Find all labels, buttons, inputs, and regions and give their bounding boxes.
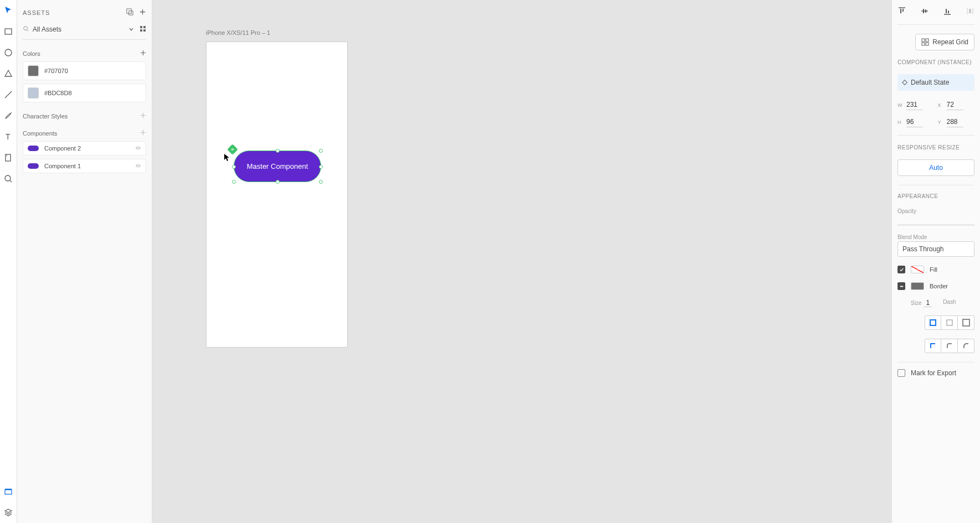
popout-icon[interactable] [126,8,133,18]
color-label: #BDC8D8 [44,90,72,96]
blend-mode-select[interactable]: Pass Through [898,241,974,257]
artboard-tool[interactable] [3,153,13,163]
appearance-title: APPEARANCE [898,193,974,199]
state-label: Default State [911,79,949,86]
corner-round-button[interactable] [941,339,958,353]
opacity-input[interactable] [898,215,974,225]
filter-label: All Assets [33,25,128,33]
selection-handle[interactable] [319,165,323,169]
svg-text:T: T [6,132,11,141]
align-top-icon[interactable] [898,7,906,17]
fill-checkbox[interactable] [898,266,905,273]
svg-line-6 [10,180,12,182]
svg-rect-12 [140,26,142,28]
cursor-icon [224,154,230,162]
colors-section-title: Colors [23,50,40,57]
ellipse-tool[interactable] [3,48,13,58]
responsive-auto-button[interactable]: Auto [898,159,974,176]
align-middle-icon[interactable] [920,7,929,17]
border-size-label: Size [911,300,921,306]
pen-tool[interactable] [3,111,13,121]
corner-miter-button[interactable] [925,339,941,353]
y-input[interactable]: 288 [947,117,963,127]
repeat-grid-icon [921,38,929,46]
repeat-grid-label: Repeat Grid [932,38,968,46]
export-checkbox[interactable] [898,369,905,377]
svg-rect-13 [143,26,146,28]
artboard-label[interactable]: iPhone X/XS/11 Pro – 1 [206,29,270,36]
x-input[interactable]: 72 [947,100,963,110]
fill-label: Fill [930,266,937,273]
property-inspector: Repeat Grid COMPONENT (INSTANCE) Default… [891,0,980,523]
add-color-icon[interactable] [140,50,146,57]
stroke-inner-button[interactable] [925,315,941,330]
svg-rect-30 [922,43,925,45]
artboard[interactable]: Master Component [206,42,348,348]
border-size-input[interactable]: 1 [924,299,932,307]
svg-rect-34 [930,320,936,325]
component-asset-item[interactable]: Component 2 [23,141,146,156]
svg-rect-18 [902,9,904,12]
zoom-tool[interactable] [3,174,13,184]
height-input[interactable]: 96 [906,117,923,127]
color-asset-item[interactable]: #707070 [23,61,146,80]
select-tool[interactable] [3,6,13,15]
distribute-icon[interactable] [966,7,974,17]
corner-bevel-button[interactable] [958,339,974,353]
width-input[interactable]: 231 [906,100,923,110]
svg-rect-8 [5,489,12,490]
y-label: y [938,120,943,125]
border-color-chip[interactable] [911,282,924,290]
assets-icon[interactable] [3,486,13,496]
color-asset-item[interactable]: #BDC8D8 [23,84,146,102]
canvas[interactable]: iPhone X/XS/11 Pro – 1 Master Component [152,0,891,523]
svg-rect-20 [923,9,924,13]
link-icon [135,163,141,170]
assets-filter[interactable]: All Assets [23,24,128,34]
component-asset-item[interactable]: Component 1 [23,159,146,173]
svg-rect-36 [963,319,969,326]
border-label: Border [930,283,948,289]
add-icon[interactable] [139,8,146,18]
line-tool[interactable] [3,90,13,100]
align-controls [898,7,974,25]
text-tool[interactable]: T [3,132,13,142]
components-section-title: Components [23,130,57,137]
link-icon [135,145,141,152]
selection-handle[interactable] [232,180,236,184]
align-bottom-icon[interactable] [943,7,952,17]
width-label: w [898,102,903,108]
layers-icon[interactable] [3,508,13,517]
selection-handle[interactable] [276,180,280,184]
responsive-title: RESPONSIVE RESIZE [898,144,974,151]
stroke-outer-button[interactable] [958,315,974,330]
assets-title: ASSETS [23,9,50,16]
component-state[interactable]: Default State [898,74,974,91]
border-checkbox[interactable] [898,282,905,290]
charstyles-section-title: Character Styles [23,113,68,120]
grid-view-icon[interactable] [140,24,146,34]
svg-rect-28 [922,39,925,42]
svg-point-1 [5,49,12,56]
selection-handle[interactable] [276,149,280,153]
svg-line-2 [5,91,12,98]
color-swatch [28,65,39,76]
rectangle-tool[interactable] [3,27,13,37]
component-thumb [28,146,39,151]
svg-point-10 [24,27,28,30]
selected-component-instance[interactable]: Master Component [234,151,321,182]
selection-handle[interactable] [319,149,323,153]
component-thumb [28,163,39,169]
fill-color-chip[interactable] [911,266,924,273]
chevron-down-icon[interactable] [128,24,134,34]
selection-handle[interactable] [232,165,236,169]
svg-rect-35 [947,320,952,325]
selection-handle[interactable] [319,180,323,184]
add-charstyle-icon[interactable] [140,112,146,120]
polygon-tool[interactable] [3,69,13,79]
repeat-grid-button[interactable]: Repeat Grid [915,34,974,50]
border-dash-label: Dash [943,299,956,307]
svg-line-11 [27,30,29,32]
stroke-center-button[interactable] [941,315,958,330]
add-component-icon[interactable] [140,130,146,137]
